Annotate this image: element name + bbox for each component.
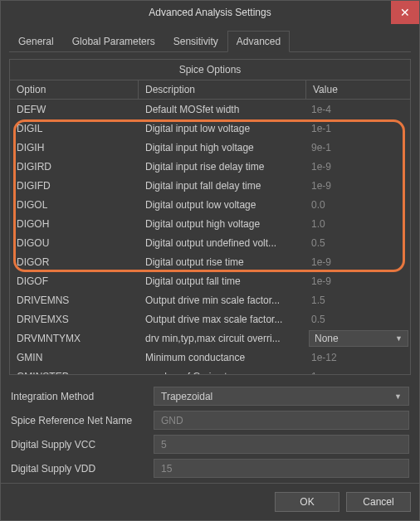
- table-row[interactable]: DIGIHDigital input high voltage9e-1: [10, 138, 410, 157]
- form-row-integration-method: Integration Method Trapezoidal ▼: [11, 387, 409, 406]
- table-row[interactable]: DIGOLDigital output low voltage0.0: [10, 195, 410, 214]
- table-row[interactable]: DRIVEMXSOutput drive max scale factor...…: [10, 309, 410, 329]
- cell-description: Digital input fall delay time: [139, 178, 306, 194]
- cell-value[interactable]: 1: [306, 369, 410, 375]
- cell-value[interactable]: 0.5: [306, 236, 410, 251]
- cell-option: DIGOU: [10, 235, 139, 251]
- tab-global-parameters[interactable]: Global Parameters: [63, 31, 164, 51]
- input-digital-vcc[interactable]: [154, 435, 409, 454]
- table-row[interactable]: DEFWDefault MOSfet width1e-4: [10, 100, 410, 119]
- cell-value[interactable]: 1e-1: [306, 121, 410, 136]
- cell-option: DIGOH: [10, 216, 139, 232]
- cell-description: Digital output undefined volt...: [139, 235, 306, 251]
- dropdown-value: None: [315, 333, 339, 344]
- table-row[interactable]: DIGIFDDigital input fall delay time1e-9: [10, 176, 410, 195]
- chevron-down-icon: ▼: [394, 392, 402, 401]
- cell-description: drv min,typ,max circuit overri...: [139, 330, 307, 347]
- table-header: Option Description Value: [10, 80, 410, 100]
- form-row-digital-vdd: Digital Supply VDD: [11, 459, 409, 478]
- table-row[interactable]: DIGOUDigital output undefined volt...0.5: [10, 233, 410, 252]
- cell-value[interactable]: 1e-9: [306, 255, 410, 270]
- panel-title: Spice Options: [10, 60, 410, 80]
- cancel-button[interactable]: Cancel: [346, 492, 411, 512]
- chevron-down-icon: ▼: [395, 334, 403, 343]
- cell-description: Digital input high voltage: [139, 139, 306, 156]
- cell-value[interactable]: 1e-9: [306, 178, 410, 193]
- cell-option: GMIN: [10, 349, 139, 366]
- cell-description: Digital input rise delay time: [139, 158, 306, 175]
- cell-option: DIGIH: [10, 139, 139, 156]
- cell-value[interactable]: 0.0: [306, 197, 410, 212]
- cell-option: DIGIRD: [10, 158, 139, 175]
- cell-value[interactable]: 1e-12: [306, 350, 410, 365]
- cell-value-dropdown[interactable]: None▼: [309, 330, 408, 347]
- close-icon: ✕: [400, 6, 410, 19]
- cell-value[interactable]: 9e-1: [306, 140, 410, 155]
- cell-description: Digital output high voltage: [139, 216, 306, 232]
- cell-option: DIGOR: [10, 254, 139, 270]
- select-value: Trapezoidal: [161, 391, 212, 402]
- cell-option: DIGIL: [10, 120, 139, 137]
- cell-option: DRVMNTYMX: [10, 330, 139, 347]
- titlebar: Advanced Analysis Settings ✕: [1, 1, 419, 24]
- table-row[interactable]: DRIVEMNSOutput drive min scale factor...…: [10, 290, 410, 309]
- label-integration-method: Integration Method: [11, 391, 145, 402]
- cell-option: DIGOL: [10, 197, 139, 213]
- tab-general[interactable]: General: [9, 31, 63, 51]
- cell-description: Digital output rise time: [139, 254, 306, 270]
- ok-button[interactable]: OK: [275, 492, 339, 512]
- header-description[interactable]: Description: [139, 80, 306, 99]
- form-area: Integration Method Trapezoidal ▼ Spice R…: [9, 382, 411, 480]
- cell-option: DEFW: [10, 101, 139, 118]
- cell-option: GMINSTEP: [10, 368, 139, 375]
- table-row[interactable]: DIGIRDDigital input rise delay time1e-9: [10, 157, 410, 176]
- cell-description: Digital output low voltage: [139, 197, 306, 213]
- cell-value[interactable]: 1.0: [306, 217, 410, 231]
- form-row-digital-vcc: Digital Supply VCC: [11, 435, 409, 454]
- cell-value[interactable]: 1e-9: [306, 159, 410, 174]
- tab-sensitivity[interactable]: Sensitivity: [164, 31, 227, 51]
- tab-bar: General Global Parameters Sensitivity Ad…: [9, 31, 411, 52]
- cell-value[interactable]: 1e-4: [306, 102, 410, 117]
- cell-value[interactable]: 0.5: [306, 312, 410, 327]
- table-row[interactable]: DRVMNTYMXdrv min,typ,max circuit overri.…: [10, 329, 410, 348]
- label-digital-vdd: Digital Supply VDD: [11, 463, 145, 475]
- input-spice-ref[interactable]: [154, 411, 409, 430]
- header-option[interactable]: Option: [10, 80, 139, 99]
- label-digital-vcc: Digital Supply VCC: [11, 439, 145, 450]
- cell-option: DIGOF: [10, 273, 139, 290]
- table-row[interactable]: DIGOFDigital output fall time1e-9: [10, 271, 410, 290]
- button-bar: OK Cancel: [1, 483, 419, 520]
- cell-description: Minimum conductance: [139, 349, 306, 366]
- titlebar-title: Advanced Analysis Settings: [149, 7, 271, 18]
- select-integration-method[interactable]: Trapezoidal ▼: [154, 387, 409, 406]
- tab-advanced[interactable]: Advanced: [227, 31, 290, 52]
- cell-description: Output drive min scale factor...: [139, 292, 306, 309]
- cell-description: Digital output fall time: [139, 273, 306, 290]
- table-row[interactable]: DIGILDigital input low voltage1e-1: [10, 119, 410, 138]
- close-button[interactable]: ✕: [391, 1, 419, 24]
- cell-description: Output drive max scale factor...: [139, 311, 306, 328]
- cell-description: number of Gmin steps: [139, 368, 306, 375]
- cell-option: DRIVEMNS: [10, 292, 139, 309]
- spice-options-panel: Spice Options Option Description Value D…: [9, 59, 411, 375]
- cell-option: DIGIFD: [10, 178, 139, 194]
- table-row[interactable]: DIGOHDigital output high voltage1.0: [10, 214, 410, 233]
- table-row[interactable]: GMINSTEPnumber of Gmin steps1: [10, 367, 410, 374]
- table-row[interactable]: GMINMinimum conductance1e-12: [10, 348, 410, 367]
- cell-value[interactable]: 1.5: [306, 293, 410, 308]
- table-row[interactable]: DIGORDigital output rise time1e-9: [10, 252, 410, 271]
- dialog-window: Advanced Analysis Settings ✕ General Glo…: [0, 0, 420, 521]
- header-value[interactable]: Value: [306, 80, 410, 99]
- label-spice-ref: Spice Reference Net Name: [11, 415, 145, 426]
- form-row-spice-ref: Spice Reference Net Name: [11, 411, 409, 430]
- table-body[interactable]: DEFWDefault MOSfet width1e-4DIGILDigital…: [10, 100, 410, 374]
- cell-value[interactable]: 1e-9: [306, 274, 410, 289]
- dialog-content: General Global Parameters Sensitivity Ad…: [1, 24, 419, 483]
- cell-description: Default MOSfet width: [139, 101, 306, 118]
- cell-option: DRIVEMXS: [10, 311, 139, 328]
- cell-description: Digital input low voltage: [139, 120, 306, 137]
- input-digital-vdd[interactable]: [154, 459, 409, 478]
